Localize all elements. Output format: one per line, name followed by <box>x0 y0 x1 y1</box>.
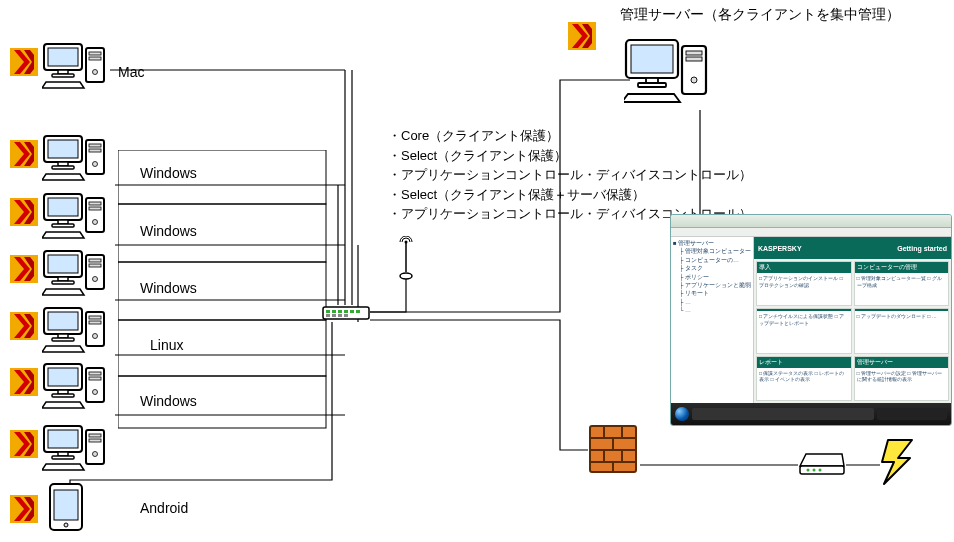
console-banner: KASPERSKY Getting started <box>754 237 951 259</box>
client-os-label: Windows <box>140 165 197 181</box>
window-menubar <box>671 228 951 237</box>
firewall-icon <box>586 422 640 476</box>
kaspersky-badge-icon <box>10 48 38 76</box>
client-os-label: Android <box>140 500 188 516</box>
modem-icon <box>798 448 846 476</box>
client-computer-icon <box>42 422 112 472</box>
feature-item: ・Select（クライアント保護） <box>388 146 752 166</box>
client-os-label: Windows <box>140 280 197 296</box>
feature-item: ・Select（クライアント保護＋サーバ保護） <box>388 185 752 205</box>
network-switch-icon <box>322 304 370 322</box>
client-os-label: Windows <box>140 393 197 409</box>
feature-list: ・Core（クライアント保護） ・Select（クライアント保護） ・アプリケー… <box>388 126 752 224</box>
client-computer-icon <box>42 304 112 354</box>
kaspersky-badge-icon <box>568 22 596 50</box>
feature-item: ・アプリケーションコントロール・ディバイスコントロール） <box>388 165 752 185</box>
management-server-icon <box>624 36 714 106</box>
client-computer-icon <box>42 360 112 410</box>
client-computer-icon <box>42 247 112 297</box>
console-tree: ■ 管理サーバー ├ 管理対象コンピューター ├ コンピューターの… ├ タスク… <box>671 237 754 403</box>
tablet-icon <box>48 482 84 532</box>
client-os-label: Mac <box>118 64 144 80</box>
kaspersky-badge-icon <box>10 368 38 396</box>
windows-taskbar <box>671 403 951 425</box>
client-computer-icon <box>42 132 112 182</box>
kaspersky-badge-icon <box>10 495 38 523</box>
start-orb-icon <box>675 407 689 421</box>
client-computer-icon <box>42 190 112 240</box>
lightning-icon <box>878 438 926 486</box>
kaspersky-badge-icon <box>10 140 38 168</box>
wireless-antenna-icon <box>397 236 415 280</box>
client-os-label: Linux <box>150 337 183 353</box>
management-console-screenshot: ■ 管理サーバー ├ 管理対象コンピューター ├ コンピューターの… ├ タスク… <box>670 214 952 426</box>
diagram-title: 管理サーバー（各クライアントを集中管理） <box>620 6 900 24</box>
console-panels: 導入□ アプリケーションのインストール □ プロテクションの確認 コンピューター… <box>754 259 951 403</box>
kaspersky-badge-icon <box>10 430 38 458</box>
client-computer-icon <box>42 40 112 90</box>
window-titlebar <box>671 215 951 228</box>
kaspersky-badge-icon <box>10 255 38 283</box>
feature-item: ・Core（クライアント保護） <box>388 126 752 146</box>
client-os-label: Windows <box>140 223 197 239</box>
kaspersky-badge-icon <box>10 198 38 226</box>
kaspersky-badge-icon <box>10 312 38 340</box>
